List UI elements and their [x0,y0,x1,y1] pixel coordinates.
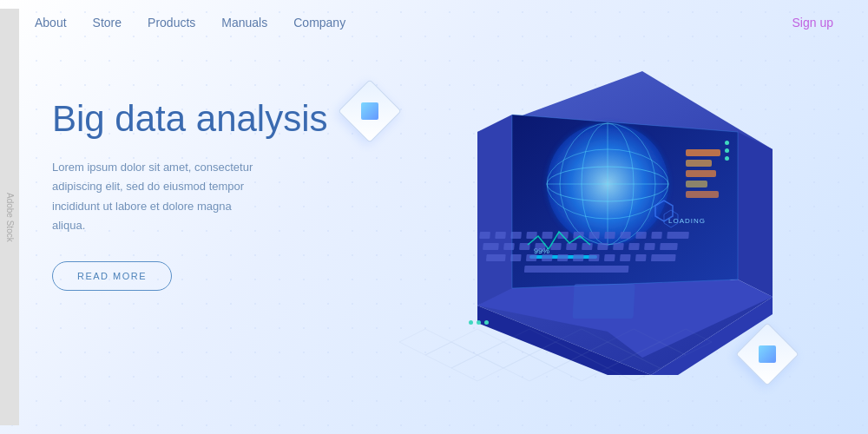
svg-rect-24 [686,191,719,198]
svg-marker-75 [660,329,712,355]
nav-about[interactable]: About [35,16,67,30]
nav-company[interactable]: Company [293,16,345,30]
hero-description: Lorem ipsum dolor sit amet, consectetur … [52,158,260,234]
read-more-button[interactable]: READ MORE [52,261,172,291]
svg-marker-72 [503,329,556,355]
svg-marker-80 [634,342,686,368]
svg-marker-76 [425,342,477,368]
svg-marker-71 [451,329,503,355]
floating-node-top [338,79,402,143]
nav-products[interactable]: Products [148,16,195,30]
nav-store[interactable]: Store [93,16,122,30]
svg-marker-81 [451,355,503,381]
svg-marker-79 [582,342,634,368]
svg-rect-23 [686,181,707,187]
dot [725,156,729,161]
navigation: About Store Products Manuals Company Sig… [0,0,868,45]
nav-links: About Store Products Manuals Company [35,16,792,30]
svg-marker-74 [608,329,660,355]
dot [725,141,729,145]
svg-marker-73 [556,329,608,355]
svg-rect-21 [686,160,712,167]
nav-manuals[interactable]: Manuals [221,16,267,30]
svg-rect-22 [686,170,716,177]
hero-left: Big data analysis Lorem ipsum dolor sit … [52,71,330,291]
watermark: Adobe Stock [0,9,19,425]
svg-marker-70 [399,329,451,355]
svg-marker-84 [608,355,660,381]
svg-marker-82 [503,355,556,381]
svg-rect-20 [686,149,720,156]
dot [725,148,729,153]
watermark-text: Adobe Stock [5,193,15,242]
platform-tiles [330,238,816,394]
connection-dots-2 [725,141,729,161]
svg-marker-83 [556,355,608,381]
hero-title: Big data analysis [52,97,330,141]
main-content: Big data analysis Lorem ipsum dolor sit … [0,45,868,420]
svg-text:LOADING: LOADING [668,217,706,225]
svg-marker-77 [477,342,529,368]
hero-illustration: LOADING 99% [330,71,816,394]
nav-signup[interactable]: Sign up [792,16,833,30]
svg-marker-78 [529,342,582,368]
